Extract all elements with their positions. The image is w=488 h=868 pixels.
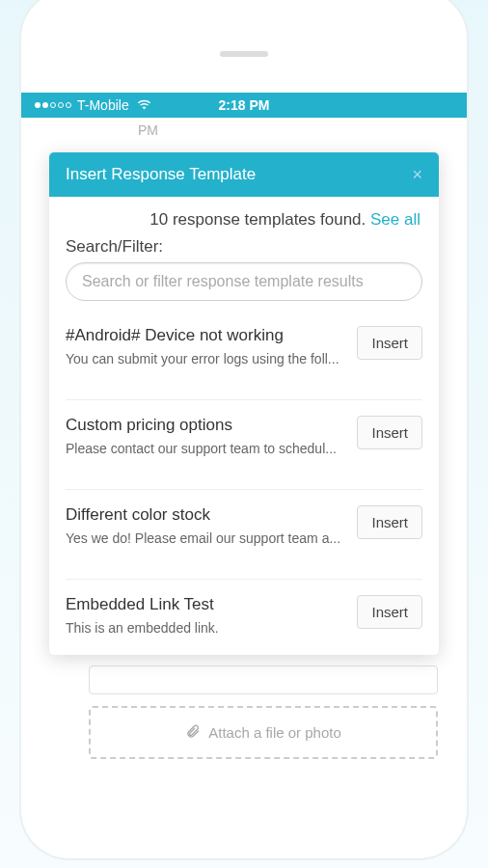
template-item: Different color stock Yes we do! Please … <box>66 489 422 579</box>
wifi-icon <box>137 97 151 113</box>
template-desc: This is an embedded link. <box>66 620 347 636</box>
template-desc: You can submit your error logs using the… <box>66 351 347 366</box>
status-left: T-Mobile <box>35 97 151 113</box>
template-item: Embedded Link Test This is an embedded l… <box>66 579 422 655</box>
template-title: #Android# Device not working <box>66 326 347 345</box>
search-filter-label: Search/Filter: <box>66 237 422 257</box>
template-item: Custom pricing options Please contact ou… <box>66 399 422 489</box>
template-title: Embedded Link Test <box>66 595 347 614</box>
template-text: Embedded Link Test This is an embedded l… <box>66 595 347 636</box>
template-text: Different color stock Yes we do! Please … <box>66 505 347 546</box>
carrier-label: T-Mobile <box>77 97 129 113</box>
modal-body: 10 response templates found. See all Sea… <box>49 197 439 655</box>
template-text: Custom pricing options Please contact ou… <box>66 416 347 456</box>
signal-dots-icon <box>35 102 71 108</box>
template-item: #Android# Device not working You can sub… <box>66 316 422 399</box>
template-title: Different color stock <box>66 505 347 525</box>
status-time: 2:18 PM <box>219 97 270 113</box>
see-all-link[interactable]: See all <box>370 210 420 229</box>
templates-found-line: 10 response templates found. See all <box>66 210 420 230</box>
close-icon[interactable]: × <box>412 166 422 183</box>
modal-overlay: Insert Response Template × 10 response t… <box>21 118 467 845</box>
template-text: #Android# Device not working You can sub… <box>66 326 347 366</box>
template-desc: Yes we do! Please email our support team… <box>66 530 347 546</box>
insert-template-modal: Insert Response Template × 10 response t… <box>49 152 439 655</box>
template-desc: Please contact our support team to sched… <box>66 441 347 456</box>
modal-title: Insert Response Template <box>66 165 256 184</box>
insert-button[interactable]: Insert <box>357 326 422 360</box>
template-title: Custom pricing options <box>66 416 347 435</box>
template-list: #Android# Device not working You can sub… <box>66 316 422 655</box>
insert-button[interactable]: Insert <box>357 505 422 539</box>
status-bar: T-Mobile 2:18 PM <box>21 93 467 118</box>
found-count-text: 10 response templates found. <box>149 210 370 229</box>
search-input[interactable] <box>66 262 422 301</box>
speaker <box>220 51 268 57</box>
phone-screen: T-Mobile 2:18 PM PM <box>21 93 467 845</box>
modal-header: Insert Response Template × <box>49 152 439 197</box>
insert-button[interactable]: Insert <box>357 416 422 449</box>
insert-button[interactable]: Insert <box>357 595 422 629</box>
phone-frame: T-Mobile 2:18 PM PM <box>21 0 467 858</box>
